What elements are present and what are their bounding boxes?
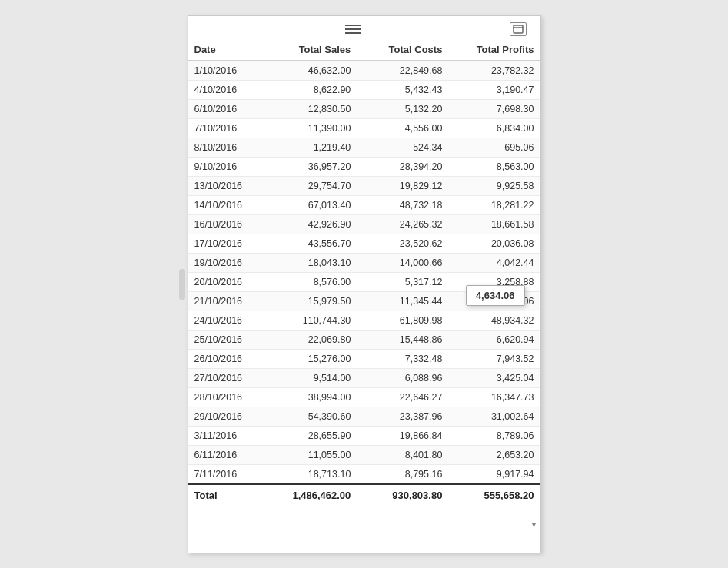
table-row: 19/10/201618,043.1014,000.664,042.44 — [188, 253, 540, 272]
cell-costs: 15,448.86 — [357, 330, 448, 349]
cell-profits: 48,934.32 — [448, 311, 540, 330]
cell-costs: 7,332.48 — [357, 349, 448, 368]
cell-sales: 54,390.60 — [265, 407, 357, 426]
cell-sales: 18,713.10 — [265, 464, 357, 484]
cell-costs: 5,317.12 — [357, 272, 448, 291]
cell-date: 29/10/2016 — [188, 407, 266, 426]
cell-costs: 8,401.80 — [357, 445, 448, 464]
cell-date: 7/11/2016 — [188, 464, 266, 484]
side-handle — [179, 269, 185, 300]
cell-profits: 23,782.32 — [448, 61, 540, 81]
table-row: 24/10/2016110,744.3061,809.9848,934.32 — [188, 311, 540, 330]
cell-sales: 15,276.00 — [265, 349, 357, 368]
footer-total-profits: 555,658.20 — [448, 484, 540, 506]
table-row: 4/10/20168,622.905,432.433,190.47 — [188, 80, 540, 99]
cell-sales: 29,754.70 — [265, 176, 357, 195]
cell-profits: 7,698.30 — [448, 99, 540, 118]
expand-button[interactable] — [510, 22, 527, 36]
table-row: 3/11/201628,655.9019,866.848,789.06 — [188, 426, 540, 445]
table-row: 14/10/201667,013.4048,732.1818,281.22 — [188, 195, 540, 214]
cell-date: 13/10/2016 — [188, 176, 266, 195]
cell-date: 25/10/2016 — [188, 330, 266, 349]
cell-date: 16/10/2016 — [188, 214, 266, 234]
cell-date: 21/10/2016 — [188, 291, 266, 311]
cell-costs: 5,432.43 — [357, 80, 448, 99]
cell-date: 4/10/2016 — [188, 80, 266, 99]
cell-sales: 8,622.90 — [265, 80, 357, 99]
table-row: 25/10/201622,069.8015,448.866,620.94 — [188, 330, 540, 349]
cell-profits: 3,425.04 — [448, 368, 540, 387]
panel-header — [188, 16, 540, 39]
cell-sales: 46,632.00 — [265, 61, 357, 81]
cell-costs: 23,520.62 — [357, 234, 448, 253]
cell-costs: 28,394.20 — [357, 157, 448, 176]
table-row: 21/10/201615,979.5011,345.444,634.06 — [188, 291, 540, 311]
cell-date: 7/10/2016 — [188, 118, 266, 138]
table-row: 27/10/20169,514.006,088.963,425.04 — [188, 368, 540, 387]
col-header-costs: Total Costs — [357, 39, 448, 61]
table-row: 29/10/201654,390.6023,387.9631,002.64 — [188, 407, 540, 426]
table-row: 7/10/201611,390.004,556.006,834.00 — [188, 118, 540, 138]
cell-sales: 11,055.00 — [265, 445, 357, 464]
cell-profits: 9,925.58 — [448, 176, 540, 195]
footer-total-sales: 1,486,462.00 — [265, 484, 357, 506]
cell-profits: 8,789.06 — [448, 426, 540, 445]
cell-costs: 22,849.68 — [357, 61, 448, 81]
cell-date: 19/10/2016 — [188, 253, 266, 272]
cell-sales: 1,219.40 — [265, 138, 357, 157]
table-row: 13/10/201629,754.7019,829.129,925.58 — [188, 176, 540, 195]
cell-date: 28/10/2016 — [188, 387, 266, 407]
cell-costs: 6,088.96 — [357, 368, 448, 387]
table-header-row: Date Total Sales Total Costs Total Profi… — [188, 39, 540, 61]
cell-sales: 11,390.00 — [265, 118, 357, 138]
cell-date: 14/10/2016 — [188, 195, 266, 214]
cell-profits: 4,634.06 — [448, 291, 540, 311]
cell-profits: 16,347.73 — [448, 387, 540, 407]
cell-sales: 38,994.00 — [265, 387, 357, 407]
table-row: 8/10/20161,219.40524.34695.06 — [188, 138, 540, 157]
cell-costs: 61,809.98 — [357, 311, 448, 330]
data-table: Date Total Sales Total Costs Total Profi… — [188, 39, 540, 506]
table-row: 17/10/201643,556.7023,520.6220,036.08 — [188, 234, 540, 253]
cell-costs: 14,000.66 — [357, 253, 448, 272]
cell-sales: 8,576.00 — [265, 272, 357, 291]
cell-profits: 6,834.00 — [448, 118, 540, 138]
cell-sales: 15,979.50 — [265, 291, 357, 311]
scroll-down-arrow[interactable]: ▼ — [530, 520, 539, 530]
cell-sales: 42,926.90 — [265, 214, 357, 234]
cell-date: 20/10/2016 — [188, 272, 266, 291]
cell-costs: 24,265.32 — [357, 214, 448, 234]
cell-profits: 31,002.64 — [448, 407, 540, 426]
cell-profits: 6,620.94 — [448, 330, 540, 349]
cell-date: 6/10/2016 — [188, 99, 266, 118]
outer-container: Date Total Sales Total Costs Total Profi… — [0, 0, 728, 568]
col-header-date: Date — [188, 39, 266, 61]
cell-costs: 5,132.20 — [357, 99, 448, 118]
cell-sales: 67,013.40 — [265, 195, 357, 214]
cell-sales: 9,514.00 — [265, 368, 357, 387]
cell-date: 8/10/2016 — [188, 138, 266, 157]
table-row: 7/11/201618,713.108,795.169,917.94 — [188, 464, 540, 484]
cell-sales: 22,069.80 — [265, 330, 357, 349]
panel-header-actions — [510, 22, 533, 36]
cell-sales: 110,744.30 — [265, 311, 357, 330]
cell-date: 3/11/2016 — [188, 426, 266, 445]
footer-label: Total — [188, 484, 266, 506]
cell-profits: 18,281.22 — [448, 195, 540, 214]
cell-costs: 48,732.18 — [357, 195, 448, 214]
cell-date: 27/10/2016 — [188, 368, 266, 387]
cell-profits: 2,653.20 — [448, 445, 540, 464]
cell-sales: 18,043.10 — [265, 253, 357, 272]
cell-profits: 3,258.88 — [448, 272, 540, 291]
cell-profits: 7,943.52 — [448, 349, 540, 368]
cell-profits: 695.06 — [448, 138, 540, 157]
table-row: 6/11/201611,055.008,401.802,653.20 — [188, 445, 540, 464]
table-row: 1/10/201646,632.0022,849.6823,782.32 — [188, 61, 540, 81]
cell-costs: 22,646.27 — [357, 387, 448, 407]
table-container[interactable]: Date Total Sales Total Costs Total Profi… — [188, 39, 540, 553]
cell-costs: 524.34 — [357, 138, 448, 157]
hamburger-icon[interactable] — [345, 25, 361, 34]
cell-profits: 9,917.94 — [448, 464, 540, 484]
table-row: 20/10/20168,576.005,317.123,258.88 — [188, 272, 540, 291]
cell-date: 9/10/2016 — [188, 157, 266, 176]
